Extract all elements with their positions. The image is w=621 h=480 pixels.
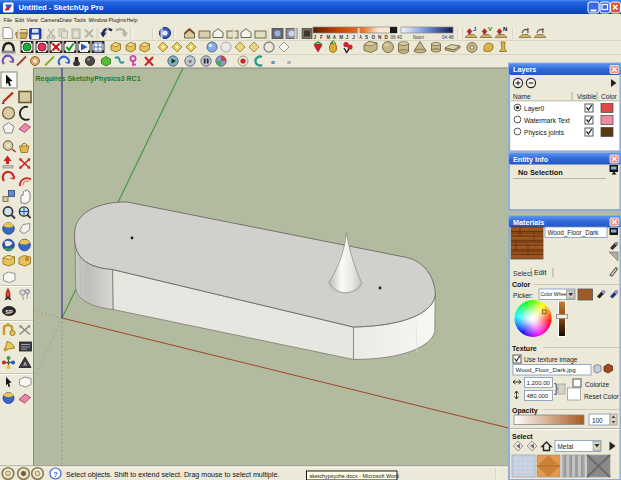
svg-text:Materials: Materials: [513, 218, 544, 227]
svg-text:Color: Color: [601, 93, 618, 100]
svg-text:A: A: [23, 361, 27, 367]
svg-text:M: M: [326, 35, 330, 40]
svg-text:Select: Select: [512, 433, 533, 440]
svg-text:Requires SketchyPhysics3 RC1: Requires SketchyPhysics3 RC1: [36, 75, 141, 83]
svg-text:Edit: Edit: [15, 17, 25, 23]
svg-text:Use texture image: Use texture image: [524, 356, 578, 364]
svg-text:100: 100: [592, 417, 603, 424]
svg-text:Select objects. Shift to exten: Select objects. Shift to extend select. …: [66, 471, 279, 479]
svg-text:Select: Select: [513, 270, 533, 277]
svg-text:J: J: [352, 35, 355, 40]
svg-text:Texture: Texture: [512, 345, 537, 352]
svg-text:N: N: [503, 26, 507, 32]
svg-text:Entity Info: Entity Info: [513, 155, 549, 164]
svg-text:M: M: [339, 35, 343, 40]
svg-text:Metal: Metal: [558, 443, 574, 450]
svg-text:J: J: [346, 35, 349, 40]
svg-text:Watermark Text: Watermark Text: [524, 117, 570, 124]
svg-text:?: ?: [53, 470, 58, 479]
svg-text:Color: Color: [512, 281, 531, 288]
svg-text:S: S: [365, 35, 368, 40]
svg-text:Camera: Camera: [41, 17, 60, 23]
svg-text:«: «: [287, 58, 292, 67]
svg-text:1,200,00: 1,200,00: [527, 380, 551, 386]
svg-text:Colorize: Colorize: [585, 381, 610, 388]
svg-text:Edit: Edit: [534, 268, 546, 277]
svg-text:sketchypsyche.docx - Microsoft: sketchypsyche.docx - Microsoft Word: [310, 473, 399, 479]
svg-text:SP: SP: [5, 309, 13, 315]
svg-text:No Selection: No Selection: [518, 168, 563, 177]
svg-text:Plugins: Plugins: [109, 17, 127, 23]
svg-text:04:48: 04:48: [442, 35, 454, 40]
svg-text:Opacity: Opacity: [512, 407, 538, 415]
svg-text:Window: Window: [89, 17, 108, 23]
svg-text:Untitled - SketchUp Pro: Untitled - SketchUp Pro: [19, 3, 104, 12]
svg-text:F: F: [320, 35, 323, 40]
svg-text:Color Wheel: Color Wheel: [541, 291, 569, 297]
svg-text:Physics joints: Physics joints: [524, 129, 565, 137]
svg-text:Picker:: Picker:: [513, 292, 533, 299]
svg-text:Draw: Draw: [60, 17, 73, 23]
svg-text:Layer0: Layer0: [524, 105, 544, 113]
svg-text:Noon: Noon: [413, 35, 424, 40]
svg-text:Wood_Floor_Dark: Wood_Floor_Dark: [548, 229, 600, 237]
svg-text:Layers: Layers: [513, 65, 536, 74]
svg-text:File: File: [4, 17, 13, 23]
svg-text:View: View: [27, 17, 39, 23]
svg-text:480,000: 480,000: [527, 393, 549, 399]
svg-text:Tools: Tools: [74, 17, 87, 23]
svg-text:Visible: Visible: [577, 93, 597, 100]
svg-text:Wood_Floor_Dark.jpg: Wood_Floor_Dark.jpg: [516, 366, 577, 373]
svg-text:J: J: [473, 26, 476, 32]
svg-text:J: J: [314, 35, 317, 40]
svg-text:V: V: [488, 26, 492, 32]
svg-text:«: «: [188, 58, 192, 65]
svg-text:Reset Color: Reset Color: [584, 393, 620, 400]
svg-text:Help: Help: [127, 17, 138, 23]
svg-text:06:40: 06:40: [391, 35, 403, 40]
svg-text:Name: Name: [513, 93, 531, 100]
svg-text:«: «: [271, 58, 276, 67]
svg-text:O: O: [372, 35, 376, 40]
